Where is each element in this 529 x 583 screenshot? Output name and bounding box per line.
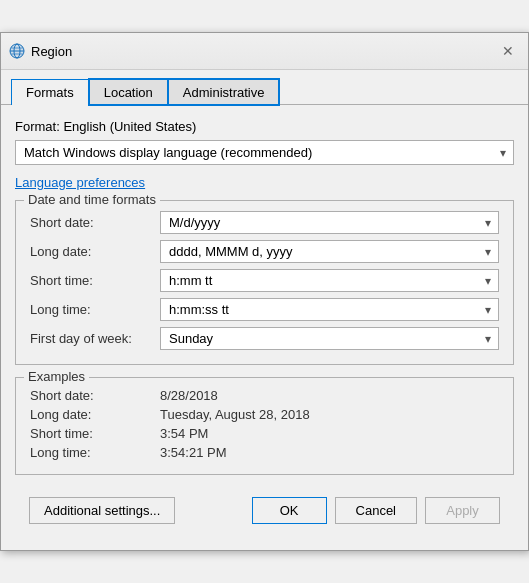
- examples-group: Examples Short date: 8/28/2018 Long date…: [15, 377, 514, 475]
- short-date-label: Short date:: [30, 215, 160, 230]
- short-time-dropdown-wrapper: h:mm tt: [160, 269, 499, 292]
- example-long-date-label: Long date:: [30, 407, 160, 422]
- format-dropdown-wrapper: Match Windows display language (recommen…: [15, 140, 514, 165]
- region-dialog: Region ✕ Formats Location Administrative…: [0, 32, 529, 551]
- tab-formats[interactable]: Formats: [11, 79, 89, 105]
- window-title: Region: [31, 44, 72, 59]
- example-short-date-label: Short date:: [30, 388, 160, 403]
- first-day-row: First day of week: Sunday: [30, 327, 499, 350]
- example-long-time-value: 3:54:21 PM: [160, 445, 227, 460]
- example-short-time-value: 3:54 PM: [160, 426, 208, 441]
- long-time-row: Long time: h:mm:ss tt: [30, 298, 499, 321]
- long-time-label: Long time:: [30, 302, 160, 317]
- example-short-time-row: Short time: 3:54 PM: [30, 426, 499, 441]
- svg-point-5: [10, 44, 24, 58]
- first-day-dropdown-wrapper: Sunday: [160, 327, 499, 350]
- example-long-time-label: Long time:: [30, 445, 160, 460]
- examples-group-label: Examples: [24, 369, 89, 384]
- example-long-time-row: Long time: 3:54:21 PM: [30, 445, 499, 460]
- first-day-label: First day of week:: [30, 331, 160, 346]
- cancel-button[interactable]: Cancel: [335, 497, 417, 524]
- ok-button[interactable]: OK: [252, 497, 327, 524]
- apply-button[interactable]: Apply: [425, 497, 500, 524]
- close-button[interactable]: ✕: [496, 39, 520, 63]
- long-time-dropdown[interactable]: h:mm:ss tt: [160, 298, 499, 321]
- example-short-time-label: Short time:: [30, 426, 160, 441]
- tab-location[interactable]: Location: [89, 79, 168, 105]
- tab-bar: Formats Location Administrative: [1, 70, 528, 104]
- language-preferences-link[interactable]: Language preferences: [15, 175, 145, 190]
- additional-settings-button[interactable]: Additional settings...: [29, 497, 175, 524]
- globe-icon: [9, 43, 25, 59]
- tab-administrative[interactable]: Administrative: [168, 79, 280, 105]
- content-area: Format: English (United States) Match Wi…: [1, 104, 528, 550]
- long-date-dropdown[interactable]: dddd, MMMM d, yyyy: [160, 240, 499, 263]
- title-bar-left: Region: [9, 43, 72, 59]
- long-date-row: Long date: dddd, MMMM d, yyyy: [30, 240, 499, 263]
- short-date-row: Short date: M/d/yyyy: [30, 211, 499, 234]
- short-date-dropdown-wrapper: M/d/yyyy: [160, 211, 499, 234]
- datetime-group-label: Date and time formats: [24, 192, 160, 207]
- short-date-dropdown[interactable]: M/d/yyyy: [160, 211, 499, 234]
- example-short-date-row: Short date: 8/28/2018: [30, 388, 499, 403]
- short-time-row: Short time: h:mm tt: [30, 269, 499, 292]
- example-long-date-row: Long date: Tuesday, August 28, 2018: [30, 407, 499, 422]
- long-time-dropdown-wrapper: h:mm:ss tt: [160, 298, 499, 321]
- format-dropdown[interactable]: Match Windows display language (recommen…: [15, 140, 514, 165]
- long-date-dropdown-wrapper: dddd, MMMM d, yyyy: [160, 240, 499, 263]
- example-long-date-value: Tuesday, August 28, 2018: [160, 407, 310, 422]
- title-bar: Region ✕: [1, 33, 528, 70]
- short-time-dropdown[interactable]: h:mm tt: [160, 269, 499, 292]
- bottom-area: Additional settings... OK Cancel Apply: [15, 489, 514, 536]
- first-day-dropdown[interactable]: Sunday: [160, 327, 499, 350]
- datetime-group: Date and time formats Short date: M/d/yy…: [15, 200, 514, 365]
- short-time-label: Short time:: [30, 273, 160, 288]
- example-short-date-value: 8/28/2018: [160, 388, 218, 403]
- format-label: Format: English (United States): [15, 119, 514, 134]
- long-date-label: Long date:: [30, 244, 160, 259]
